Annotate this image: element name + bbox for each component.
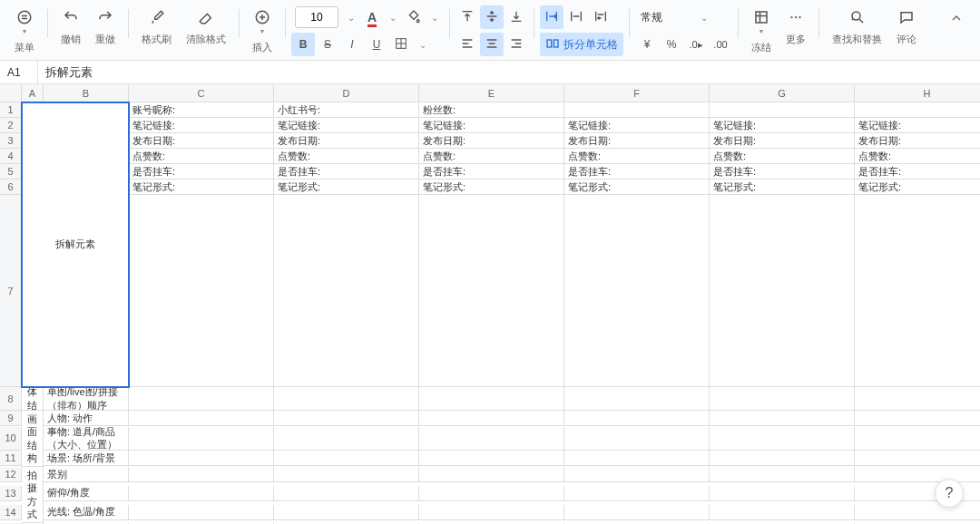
paintformat-button[interactable]: 格式刷 xyxy=(134,5,179,50)
currency-button[interactable]: ¥ xyxy=(635,33,659,56)
wrap-clip-button[interactable] xyxy=(564,5,588,29)
cell[interactable] xyxy=(564,387,710,411)
fill-color-button[interactable] xyxy=(402,5,426,29)
cell[interactable] xyxy=(855,102,980,118)
formula-input[interactable]: 拆解元素 xyxy=(38,61,980,83)
cell[interactable] xyxy=(274,505,419,520)
row-header[interactable]: 4 xyxy=(0,149,22,164)
cell[interactable]: 画面结构 xyxy=(22,411,44,467)
cell[interactable] xyxy=(564,102,710,118)
undo-button[interactable]: 撤销 xyxy=(54,5,88,50)
cell[interactable] xyxy=(419,411,564,426)
cell[interactable] xyxy=(855,467,980,482)
freeze-button[interactable]: ▾ 冻结 xyxy=(744,5,779,58)
col-header-c[interactable]: C xyxy=(129,84,274,102)
cell[interactable]: 笔记形式: xyxy=(419,180,564,195)
cell[interactable]: 是否挂车: xyxy=(564,164,710,180)
cell[interactable]: 笔记形式: xyxy=(710,180,855,195)
cell[interactable] xyxy=(710,387,855,411)
cell[interactable] xyxy=(129,467,274,482)
cell[interactable] xyxy=(855,411,980,426)
cell[interactable]: 点赞数: xyxy=(274,149,419,164)
cell[interactable] xyxy=(564,505,710,520)
clearformat-button[interactable]: 清除格式 xyxy=(179,5,233,50)
bold-button[interactable]: B xyxy=(291,33,315,56)
cell[interactable] xyxy=(129,486,274,501)
percent-button[interactable]: % xyxy=(660,33,683,56)
cell[interactable]: 账号昵称: xyxy=(129,102,274,118)
cell[interactable]: 发布日期: xyxy=(129,133,274,149)
font-size-input[interactable] xyxy=(295,6,338,28)
collapse-ribbon-button[interactable] xyxy=(940,5,973,34)
cell[interactable]: 笔记形式: xyxy=(129,180,274,195)
row-header[interactable]: 1 xyxy=(0,102,22,118)
col-header-f[interactable]: F xyxy=(564,84,710,102)
decimal-decrease-button[interactable]: .0▸ xyxy=(684,33,708,56)
row-header[interactable]: 12 xyxy=(0,467,22,482)
cell[interactable]: 发布日期: xyxy=(419,133,564,149)
col-header-d[interactable]: D xyxy=(274,84,419,102)
cell[interactable] xyxy=(129,387,274,411)
cell[interactable] xyxy=(274,467,419,482)
cell[interactable]: 是否挂车: xyxy=(129,164,274,180)
cell[interactable]: 事物: 道具/商品（大小、位置） xyxy=(44,427,129,451)
cell[interactable] xyxy=(855,451,980,466)
cell[interactable] xyxy=(274,451,419,466)
cell[interactable]: 小红书号: xyxy=(274,102,419,118)
row-header[interactable]: 8 xyxy=(0,387,22,411)
menu-button[interactable]: ▾ 菜单 xyxy=(7,5,42,58)
cell[interactable] xyxy=(710,451,855,466)
cell[interactable]: 点赞数: xyxy=(855,149,980,164)
row-header[interactable]: 2 xyxy=(0,118,22,133)
font-size-control[interactable] xyxy=(295,6,338,28)
cell[interactable]: 笔记形式: xyxy=(564,180,710,195)
cell[interactable]: 笔记形式: xyxy=(274,180,419,195)
cell[interactable] xyxy=(274,427,419,451)
cell[interactable] xyxy=(855,195,980,387)
cell[interactable] xyxy=(710,195,855,387)
wrap-overflow-button[interactable] xyxy=(540,5,564,29)
cell[interactable]: 拆解元素 xyxy=(22,102,129,387)
col-header-a[interactable]: A xyxy=(22,84,44,102)
cell[interactable]: 发布日期: xyxy=(855,133,980,149)
cell[interactable] xyxy=(129,427,274,451)
comments-button[interactable]: 评论 xyxy=(889,5,924,50)
insert-button[interactable]: ▾ 插入 xyxy=(245,5,279,58)
row-header[interactable]: 6 xyxy=(0,180,22,195)
row-header[interactable]: 7 xyxy=(0,195,22,387)
cell[interactable]: 笔记链接: xyxy=(710,118,855,133)
row-header[interactable]: 11 xyxy=(0,451,22,466)
halign-center-button[interactable] xyxy=(480,33,504,56)
cell[interactable] xyxy=(710,505,855,520)
cell[interactable] xyxy=(564,467,710,482)
font-color-button[interactable]: A xyxy=(360,5,384,29)
cell[interactable] xyxy=(419,427,564,451)
spreadsheet-grid[interactable]: A B C D E F G H 1 拆解元素 账号昵称: 小红书号: 粉丝数: … xyxy=(0,84,980,524)
cell[interactable]: 单图/live图/拼接（排布）顺序 xyxy=(44,387,129,411)
cell[interactable] xyxy=(274,387,419,411)
col-header-e[interactable]: E xyxy=(419,84,564,102)
cell[interactable] xyxy=(564,411,710,426)
redo-button[interactable]: 重做 xyxy=(88,5,122,50)
row-header[interactable]: 13 xyxy=(0,486,22,501)
cell[interactable]: 场景: 场所/背景 xyxy=(44,451,129,466)
cell[interactable] xyxy=(129,195,274,387)
row-header[interactable]: 5 xyxy=(0,164,22,180)
cell[interactable]: 笔记链接: xyxy=(564,118,710,133)
cell[interactable]: 点赞数: xyxy=(710,149,855,164)
cell[interactable] xyxy=(710,427,855,451)
row-header[interactable]: 3 xyxy=(0,133,22,149)
cell[interactable]: 笔记链接: xyxy=(855,118,980,133)
fill-color-dropdown[interactable]: ⌄ xyxy=(426,13,444,23)
cell[interactable] xyxy=(564,451,710,466)
underline-button[interactable]: U xyxy=(365,33,388,56)
cell[interactable] xyxy=(274,411,419,426)
cell[interactable] xyxy=(710,486,855,501)
italic-button[interactable]: I xyxy=(340,33,364,56)
strike-button[interactable]: S xyxy=(316,33,339,56)
row-header[interactable]: 9 xyxy=(0,411,22,426)
help-button[interactable]: ? xyxy=(935,479,964,508)
select-all-corner[interactable] xyxy=(0,84,22,102)
merge-split-button[interactable]: 拆分单元格 xyxy=(540,33,623,56)
cell[interactable]: 发布日期: xyxy=(274,133,419,149)
